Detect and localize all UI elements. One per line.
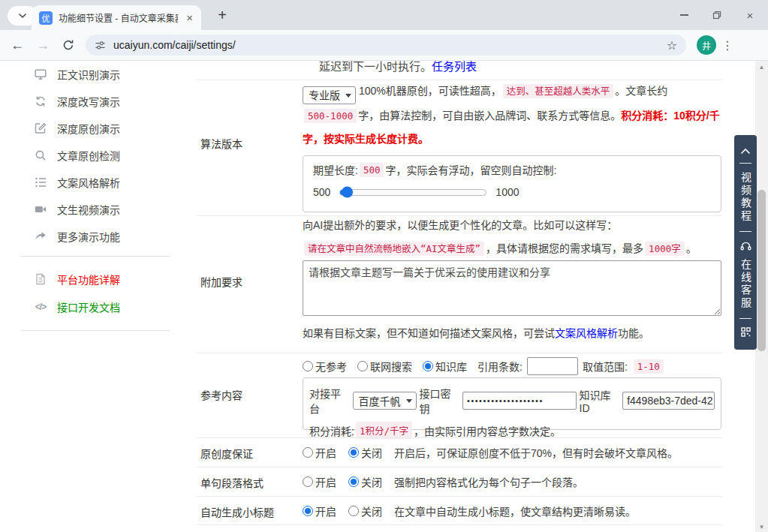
- radio-icon[interactable]: [303, 506, 313, 516]
- radio-label: 关闭: [361, 445, 382, 460]
- radio-icon[interactable]: [348, 506, 359, 516]
- close-button[interactable]: ×: [733, 0, 766, 30]
- panel-divider: [739, 231, 751, 232]
- browser-menu-icon[interactable]: ⋮: [716, 38, 739, 53]
- kb-cost-line: 积分消耗: 1积分/千字 ，由实际引用内容总字数决定。: [309, 422, 715, 439]
- sidebar-item-label: 深度原创演示: [57, 121, 120, 136]
- algorithm-version-value: 专业版: [309, 84, 340, 107]
- headset-icon[interactable]: [740, 241, 751, 251]
- site-settings-icon[interactable]: [95, 40, 106, 51]
- radio-icon[interactable]: [303, 447, 313, 458]
- extra-requirements-textarea[interactable]: 请根据文章主题写一篇关于优采云的使用建议和分享: [303, 260, 721, 316]
- restore-button[interactable]: [700, 0, 733, 30]
- url-bar[interactable]: ucaiyun.com/caiji/settings/ ☆: [86, 35, 686, 56]
- sidebar-item-api-doc[interactable]: </> 接口开发文档: [35, 299, 120, 314]
- radio-on[interactable]: 开启: [303, 474, 336, 489]
- restore-icon: [712, 11, 721, 20]
- kb-config-line: 对接平台 百度千帆 接口密钥 ••••••••••••••••••• 知识库ID…: [309, 386, 715, 416]
- scroll-down-icon[interactable]: ▼: [755, 524, 768, 530]
- tab-close-icon[interactable]: ×: [184, 12, 195, 23]
- reload-button[interactable]: [56, 32, 81, 58]
- quote-count-input[interactable]: [527, 357, 578, 375]
- platform-select[interactable]: 百度千帆: [353, 392, 417, 410]
- radio-icon[interactable]: [357, 361, 368, 371]
- sidebar-item-content-recognition[interactable]: 正文识别演示: [35, 67, 120, 82]
- radio-label: 关闭: [361, 474, 382, 489]
- toggle-description: 强制把内容格式化为每个句子一个段落。: [394, 474, 583, 489]
- sidebar-item-originality-check[interactable]: 文章原创检测: [35, 148, 120, 163]
- hint-text: 如果有目标文案，但不知道如何描述文案风格，可尝试: [303, 327, 555, 339]
- browser-toolbar: ← → ucaiyun.com/caiji/settings/ ☆ 井 ⋮: [0, 30, 768, 61]
- scrollbar-thumb[interactable]: [757, 190, 766, 351]
- cost-label: 积分消耗:: [309, 423, 354, 438]
- expected-length-line: 期望长度: 500 字，实际会有浮动，留空则自动控制:: [313, 162, 711, 177]
- sidebar-item-more-demos[interactable]: 更多演示功能: [35, 229, 120, 244]
- url-text[interactable]: ucaiyun.com/caiji/settings/: [113, 39, 659, 51]
- radio-off[interactable]: 关闭: [348, 503, 382, 518]
- extra-requirements-label: 附加要求: [200, 274, 242, 289]
- radio-label: 无参考: [315, 359, 347, 374]
- sidebar-item-platform-doc[interactable]: 平台功能详解: [35, 272, 120, 287]
- video-tutorial-button[interactable]: 视频教程: [738, 172, 753, 223]
- auto-subtitle-label: 自动生成小标题: [200, 504, 274, 519]
- radio-web-search[interactable]: 联网搜索: [357, 359, 412, 374]
- radio-on[interactable]: 开启: [303, 503, 336, 518]
- row-divider: [197, 496, 722, 497]
- extra-text: 向AI提出额外的要求，以便生成更个性化的文章。比如可以这样写：: [303, 219, 617, 231]
- sidebar-item-label: 深度改写演示: [57, 94, 120, 109]
- radio-icon[interactable]: [303, 361, 313, 371]
- browser-tab[interactable]: 优 功能细节设置 - 自动文章采集器 ×: [32, 5, 201, 30]
- radio-icon[interactable]: [348, 447, 359, 458]
- length-slider[interactable]: [339, 189, 486, 196]
- platform-label: 对接平台: [309, 386, 350, 416]
- online-service-button[interactable]: 在线客服: [738, 259, 753, 310]
- sidebar-item-label: 更多演示功能: [57, 229, 120, 244]
- radio-icon[interactable]: [303, 476, 313, 487]
- sidebar-item-label: 文生视频演示: [57, 202, 120, 217]
- radio-no-reference[interactable]: 无参考: [303, 359, 347, 374]
- scroll-up-icon[interactable]: ▲: [755, 64, 768, 71]
- extra-example-highlight: 请在文章中自然流畅地嵌入“AI文章生成”: [304, 242, 484, 256]
- radio-label: 关闭: [361, 503, 382, 518]
- radio-knowledge-base[interactable]: 知识库: [423, 359, 467, 374]
- extra-requirements-description: 向AI提出额外的要求，以便生成更个性化的文章。比如可以这样写：请在文章中自然流畅…: [303, 214, 721, 260]
- sidebar-item-style-analysis[interactable]: 文案风格解析: [35, 175, 120, 190]
- row-divider: [197, 353, 722, 353]
- slider-max-label: 1000: [495, 186, 519, 198]
- algorithm-highlight: 达到、甚至超越人类水平: [503, 84, 614, 98]
- kb-id-input[interactable]: f4498eb3-7ded-42: [622, 392, 715, 410]
- radio-on[interactable]: 开启: [303, 445, 336, 460]
- slider-thumb[interactable]: [342, 187, 353, 198]
- toggle-description: 在文章中自动生成小标题，使文章结构更清晰易读。: [394, 503, 636, 518]
- floating-side-panel: 视频教程 在线客服: [734, 135, 757, 350]
- numbered-list-icon: [35, 176, 47, 188]
- platform-value: 百度千帆: [359, 393, 401, 408]
- forward-button[interactable]: →: [30, 32, 56, 58]
- toggle-description: 开启后，可保证原创度不低于70%，但有时会破坏文章风格。: [394, 445, 678, 460]
- minimize-button[interactable]: [667, 0, 700, 30]
- radio-icon[interactable]: [423, 361, 433, 371]
- sidebar-item-text-to-video[interactable]: 文生视频演示: [35, 202, 120, 217]
- chevron-down-icon: [18, 11, 27, 20]
- radio-off[interactable]: 关闭: [348, 474, 382, 489]
- api-secret-input[interactable]: •••••••••••••••••••: [462, 392, 577, 410]
- algorithm-text: 字，由算法控制，可自由嵌入品牌词、联系方式等信息。: [358, 110, 621, 122]
- bookmark-star-icon[interactable]: ☆: [667, 38, 677, 53]
- qr-code-icon[interactable]: [741, 327, 751, 337]
- task-notice-text: 延迟到下一小时执行。: [319, 61, 432, 73]
- chevron-up-icon[interactable]: [740, 148, 751, 155]
- new-tab-button[interactable]: +: [212, 5, 233, 26]
- algorithm-version-select[interactable]: 专业版: [303, 86, 356, 104]
- radio-label: 开启: [315, 474, 336, 489]
- radio-icon[interactable]: [348, 476, 359, 487]
- page-scrollbar[interactable]: ▲ ▼: [755, 61, 768, 532]
- sidebar-item-deep-original[interactable]: 深度原创演示: [35, 121, 120, 136]
- radio-off[interactable]: 关闭: [348, 445, 382, 460]
- style-analysis-link[interactable]: 文案风格解析: [555, 327, 618, 339]
- auto-subtitle-row: 开启 关闭 在文章中自动生成小标题，使文章结构更清晰易读。: [303, 503, 636, 518]
- profile-avatar[interactable]: 井: [697, 35, 716, 55]
- back-button[interactable]: ←: [5, 32, 30, 58]
- sidebar-item-deep-rewrite[interactable]: 深度改写演示: [35, 94, 120, 109]
- style-analysis-hint: 如果有目标文案，但不知道如何描述文案风格，可尝试文案风格解析功能。: [303, 327, 721, 339]
- task-list-link[interactable]: 任务列表: [432, 61, 477, 73]
